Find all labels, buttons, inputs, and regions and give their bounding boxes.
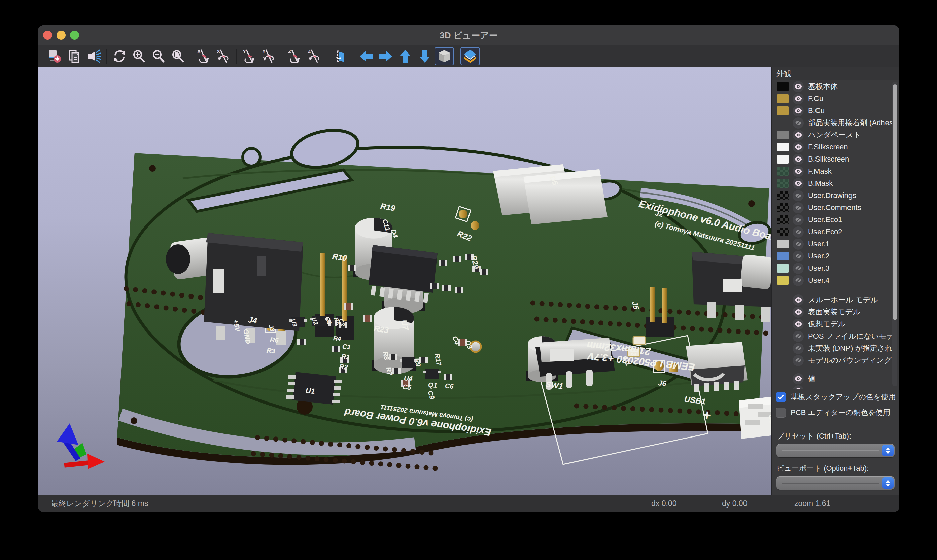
scrollbar[interactable] <box>892 82 897 386</box>
rotate-x-clockwise-button[interactable]: X <box>194 47 214 65</box>
checkbox-unchecked[interactable] <box>776 408 786 418</box>
layer-color-swatch[interactable] <box>777 131 789 139</box>
layer-color-swatch[interactable] <box>777 191 789 200</box>
visibility-eye-icon[interactable] <box>792 294 804 306</box>
layer-color-swatch[interactable] <box>777 179 789 188</box>
rotate-y-clockwise-button[interactable]: Y <box>240 47 259 65</box>
checkbox-row-0[interactable]: 基板スタックアップの色を使用 <box>772 390 899 405</box>
layer-color-swatch[interactable] <box>777 228 789 236</box>
model-row-3[interactable]: POS ファイルにないモデル <box>772 330 899 342</box>
layer-row-user-1[interactable]: User.1 <box>772 238 899 250</box>
zoom-to-fit-button[interactable] <box>168 47 188 65</box>
visibility-eye-off-icon[interactable] <box>792 226 804 238</box>
rotate-z-clockwise-button[interactable]: Z <box>285 47 305 65</box>
layer-row-user-2[interactable]: User.2 <box>772 250 899 262</box>
layer-row-b-silkscreen[interactable]: B.Silkscreen <box>772 153 899 165</box>
pan-right-button[interactable] <box>376 47 395 65</box>
toolbar-separator <box>457 49 457 64</box>
layer-color-swatch[interactable] <box>777 276 789 285</box>
visibility-eye-icon[interactable] <box>792 154 804 165</box>
visibility-eye-icon[interactable] <box>792 306 804 318</box>
layer-row-user-comments[interactable]: User.Comments <box>772 202 899 214</box>
viewport-stepper[interactable] <box>882 477 894 489</box>
visibility-eye-icon[interactable] <box>792 319 804 330</box>
scrollbar-thumb[interactable] <box>893 85 897 320</box>
layer-color-swatch[interactable] <box>777 215 789 224</box>
visibility-eye-off-icon[interactable] <box>792 331 804 342</box>
flip-board-button[interactable] <box>331 47 350 65</box>
values-row[interactable]: 値 <box>772 372 899 385</box>
checkbox-checked[interactable] <box>776 392 786 402</box>
model-row-4[interactable]: 未実装 (DNP) が指定された部品 <box>772 342 899 354</box>
layer-row-b-mask[interactable]: B.Mask <box>772 177 899 189</box>
layer-row--[interactable]: 基板本体 <box>772 80 899 92</box>
rotate-y-counterclockwise-button[interactable]: Y <box>259 47 278 65</box>
visibility-eye-off-icon[interactable] <box>792 238 804 250</box>
layer-row-f-mask[interactable]: F.Mask <box>772 165 899 177</box>
preset-dropdown[interactable] <box>777 444 895 457</box>
layer-color-swatch[interactable] <box>777 155 789 163</box>
row-label: User.Comments <box>808 203 861 212</box>
visibility-eye-off-icon[interactable] <box>792 355 804 366</box>
pan-up-button[interactable] <box>395 47 415 65</box>
row-label: User.Eco1 <box>808 215 842 224</box>
visibility-eye-icon[interactable] <box>792 105 804 117</box>
layer-color-swatch[interactable] <box>777 82 789 91</box>
visibility-eye-off-icon[interactable] <box>792 263 804 274</box>
layer-color-swatch[interactable] <box>777 252 789 260</box>
visibility-eye-icon[interactable] <box>792 81 804 92</box>
preset-stepper[interactable] <box>882 445 894 456</box>
visibility-eye-off-icon[interactable] <box>792 190 804 201</box>
visibility-eye-icon[interactable] <box>792 166 804 177</box>
checkbox-row-1[interactable]: PCB エディターの銅色を使用 <box>772 405 899 420</box>
layer-row-user-3[interactable]: User.3 <box>772 262 899 274</box>
clipped-row[interactable] <box>772 385 899 389</box>
model-row-2[interactable]: 仮想モデル <box>772 318 899 330</box>
pan-down-button[interactable] <box>415 47 434 65</box>
layer-row-b-cu[interactable]: B.Cu <box>772 105 899 117</box>
layer-color-swatch[interactable] <box>777 106 789 115</box>
visibility-eye-off-icon[interactable] <box>792 202 804 213</box>
layer-color-swatch[interactable] <box>777 264 789 272</box>
render-current-view-button[interactable] <box>84 47 103 65</box>
orthographic-projection-button[interactable] <box>434 47 454 65</box>
layer-row-user-4[interactable]: User.4 <box>772 274 899 286</box>
layer-row-user-drawings[interactable]: User.Drawings <box>772 189 899 202</box>
viewport-dropdown[interactable] <box>777 476 895 490</box>
layer-row-f-silkscreen[interactable]: F.Silkscreen <box>772 141 899 153</box>
reload-board-button[interactable] <box>45 47 64 65</box>
visibility-eye-icon[interactable] <box>792 373 804 384</box>
layer-row-f-cu[interactable]: F.Cu <box>772 92 899 105</box>
copy-image-button[interactable] <box>64 47 84 65</box>
appearance-manager-button[interactable] <box>460 47 480 65</box>
pan-left-button[interactable] <box>357 47 376 65</box>
visibility-eye-icon[interactable] <box>792 93 804 104</box>
layer-color-swatch[interactable] <box>777 240 789 248</box>
layer-row--adhesive-[interactable]: 部品実装用接着剤 (Adhesive) <box>772 117 899 129</box>
visibility-eye-off-icon[interactable] <box>792 275 804 286</box>
layer-color-swatch[interactable] <box>777 94 789 103</box>
visibility-eye-icon[interactable] <box>792 129 804 141</box>
visibility-eye-off-icon[interactable] <box>792 214 804 226</box>
redraw-button[interactable] <box>110 47 129 65</box>
visibility-eye-off-icon[interactable] <box>792 343 804 354</box>
visibility-eye-off-icon[interactable] <box>792 117 804 129</box>
layer-row-user-eco2[interactable]: User.Eco2 <box>772 226 899 238</box>
visibility-eye-icon[interactable] <box>792 142 804 153</box>
visibility-eye-icon[interactable] <box>792 178 804 189</box>
zoom-in-button[interactable] <box>129 47 149 65</box>
model-row-5[interactable]: モデルのバウンディングボックス <box>772 354 899 366</box>
layer-color-swatch[interactable] <box>777 143 789 151</box>
rotate-x-counterclockwise-button[interactable]: X <box>214 47 233 65</box>
3d-viewport[interactable]: Exidiophone v6.0 Audio Board(c) Tomoya M… <box>38 67 771 495</box>
model-row-0[interactable]: スルーホール モデル <box>772 294 899 306</box>
zoom-out-button[interactable] <box>149 47 168 65</box>
layer-color-swatch[interactable] <box>777 167 789 176</box>
rotate-z-counterclockwise-button[interactable]: Z <box>305 47 324 65</box>
model-row-1[interactable]: 表面実装モデル <box>772 306 899 318</box>
layer-row-user-eco1[interactable]: User.Eco1 <box>772 214 899 226</box>
visibility-eye-icon[interactable] <box>792 385 804 389</box>
layer-row--[interactable]: ハンダペースト <box>772 129 899 141</box>
layer-color-swatch[interactable] <box>777 203 789 212</box>
visibility-eye-off-icon[interactable] <box>792 251 804 262</box>
